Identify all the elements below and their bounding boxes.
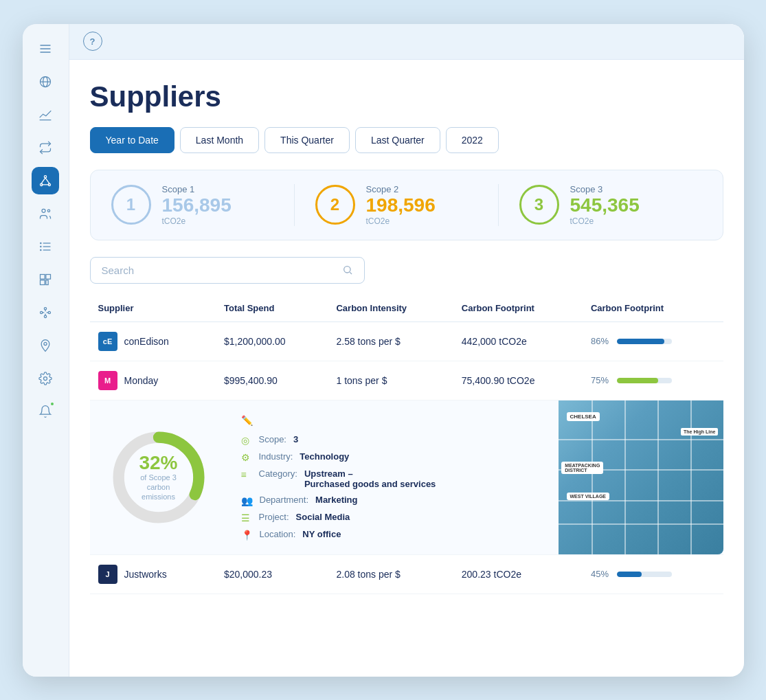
supplier-name-cell: J Justworks: [98, 565, 207, 584]
col-carbon-intensity: Carbon Intensity: [328, 297, 453, 322]
search-input[interactable]: [102, 264, 342, 276]
carbon-footprint: 75,400.90 tCO2e: [453, 361, 583, 400]
svg-point-25: [41, 311, 43, 313]
bar-track: [617, 572, 672, 577]
detail-project: ☰ Project: Social Media: [241, 512, 545, 523]
sidebar-item-menu[interactable]: [32, 35, 59, 63]
bar-container: 75%: [591, 375, 715, 385]
map-placeholder: CHELSEA MEATPACKINGDISTRICT WEST VILLAGE…: [559, 400, 723, 554]
svg-point-28: [44, 315, 46, 317]
suppliers-table: Supplier Total Spend Carbon Intensity Ca…: [90, 297, 723, 594]
location-value: NY office: [302, 529, 341, 539]
donut-section: 32% of Scope 3carbon emissions: [90, 400, 227, 554]
sidebar-item-settings[interactable]: [32, 365, 59, 392]
table-row[interactable]: J Justworks $20,000.23 2.08 tons per $ 2…: [90, 554, 723, 594]
detail-department: 👥 Department: Marketing: [241, 495, 545, 506]
supplier-logo: M: [98, 371, 117, 390]
location-icon: 📍: [241, 530, 253, 541]
sidebar-item-location[interactable]: [32, 332, 59, 359]
bar-pct: 45%: [591, 569, 611, 579]
table-row[interactable]: cE conEdison $1,200,000.00 2.58 tons per…: [90, 321, 723, 361]
help-button[interactable]: ?: [83, 32, 102, 51]
filter-last-month[interactable]: Last Month: [180, 127, 259, 153]
scope-3-value: 545,365: [570, 196, 640, 215]
scope-2-unit: tCO2e: [366, 216, 436, 226]
sidebar-item-people[interactable]: [32, 200, 59, 227]
svg-line-10: [41, 177, 45, 183]
carbon-intensity: 1 tons per $: [328, 361, 453, 400]
search-wrapper[interactable]: [90, 257, 365, 284]
svg-point-7: [44, 175, 46, 177]
filter-2022[interactable]: 2022: [446, 127, 499, 153]
scope-2-value: 198,596: [366, 196, 436, 215]
sidebar-item-loop[interactable]: [32, 134, 59, 161]
sidebar: [23, 24, 69, 677]
table-row[interactable]: M Monday $995,400.90 1 tons per $ 75,400…: [90, 361, 723, 400]
scope-2-info: Scope 2 198,596 tCO2e: [366, 184, 436, 226]
scope-1-circle: 1: [111, 185, 151, 225]
svg-rect-21: [41, 274, 45, 279]
sidebar-item-layout[interactable]: [32, 266, 59, 293]
dept-icon: 👥: [241, 495, 253, 506]
donut-wrapper: 32% of Scope 3carbon emissions: [111, 429, 207, 526]
svg-rect-24: [46, 280, 48, 284]
svg-point-20: [40, 249, 42, 251]
carbon-intensity: 2.08 tons per $: [328, 554, 453, 594]
sidebar-item-chart[interactable]: [32, 101, 59, 128]
sidebar-item-list[interactable]: [32, 233, 59, 260]
bar-container: 86%: [591, 336, 715, 346]
total-spend: $1,200,000.00: [216, 321, 328, 361]
dept-value: Marketing: [315, 495, 357, 505]
detail-scope: ◎ Scope: 3: [241, 434, 545, 446]
time-filters: Year to Date Last Month This Quarter Las…: [90, 127, 723, 153]
map-section: CHELSEA MEATPACKINGDISTRICT WEST VILLAGE…: [559, 400, 723, 554]
edit-icon[interactable]: ✏️: [241, 415, 253, 426]
scope-3-circle: 3: [519, 185, 559, 225]
expanded-detail-row: 32% of Scope 3carbon emissions ✏️ ◎ Scop…: [90, 400, 723, 554]
filter-last-quarter[interactable]: Last Quarter: [355, 127, 440, 153]
svg-point-27: [48, 311, 50, 313]
project-value: Social Media: [296, 512, 350, 522]
detail-section: ✏️ ◎ Scope: 3 ⚙ Industry: Technology: [227, 400, 559, 554]
category-value: Upstream –Purchased goods and services: [304, 468, 436, 489]
svg-point-26: [44, 307, 46, 309]
donut-percentage: 32%: [135, 453, 183, 472]
svg-point-13: [42, 209, 45, 212]
scope-value: 3: [293, 434, 298, 444]
col-total-spend: Total Spend: [216, 297, 328, 322]
category-icon: ≡: [241, 469, 252, 480]
scope-3-label: Scope 3: [570, 184, 640, 194]
scope-1-info: Scope 1 156,895 tCO2e: [162, 184, 232, 226]
filter-year-to-date[interactable]: Year to Date: [90, 127, 174, 153]
svg-point-14: [47, 210, 49, 212]
filter-this-quarter[interactable]: This Quarter: [264, 127, 350, 153]
sidebar-item-globe[interactable]: [32, 68, 59, 95]
bar-fill: [617, 378, 658, 383]
supplier-name-cell: M Monday: [98, 371, 207, 390]
bar-pct: 75%: [591, 375, 611, 385]
scope-2-card: 2 Scope 2 198,596 tCO2e: [294, 184, 498, 226]
search-icon: [342, 264, 353, 275]
svg-point-34: [343, 267, 350, 273]
sidebar-item-network[interactable]: [32, 167, 59, 194]
col-supplier: Supplier: [90, 297, 216, 322]
map-label-highline: The High Line: [681, 428, 718, 436]
scope-2-circle: 2: [315, 185, 355, 225]
scope-1-card: 1 Scope 1 156,895 tCO2e: [111, 184, 294, 226]
scope-1-value: 156,895: [162, 196, 232, 215]
scope-3-unit: tCO2e: [570, 216, 640, 226]
total-spend: $20,000.23: [216, 554, 328, 594]
map-label-meatpacking: MEATPACKINGDISTRICT: [561, 462, 603, 474]
supplier-logo: J: [98, 565, 117, 584]
scope-1-unit: tCO2e: [162, 216, 232, 226]
sidebar-item-notifications[interactable]: [32, 398, 59, 425]
search-container: [90, 257, 723, 284]
total-spend: $995,400.90: [216, 361, 328, 400]
sidebar-item-connections[interactable]: [32, 299, 59, 326]
col-carbon-footprint: Carbon Footprint: [453, 297, 583, 322]
svg-line-35: [350, 272, 352, 274]
carbon-footprint: 200.23 tCO2e: [453, 554, 583, 594]
supplier-name: Justworks: [124, 569, 167, 580]
expanded-cell: 32% of Scope 3carbon emissions ✏️ ◎ Scop…: [90, 400, 723, 554]
detail-category: ≡ Category: Upstream –Purchased goods an…: [241, 468, 545, 489]
